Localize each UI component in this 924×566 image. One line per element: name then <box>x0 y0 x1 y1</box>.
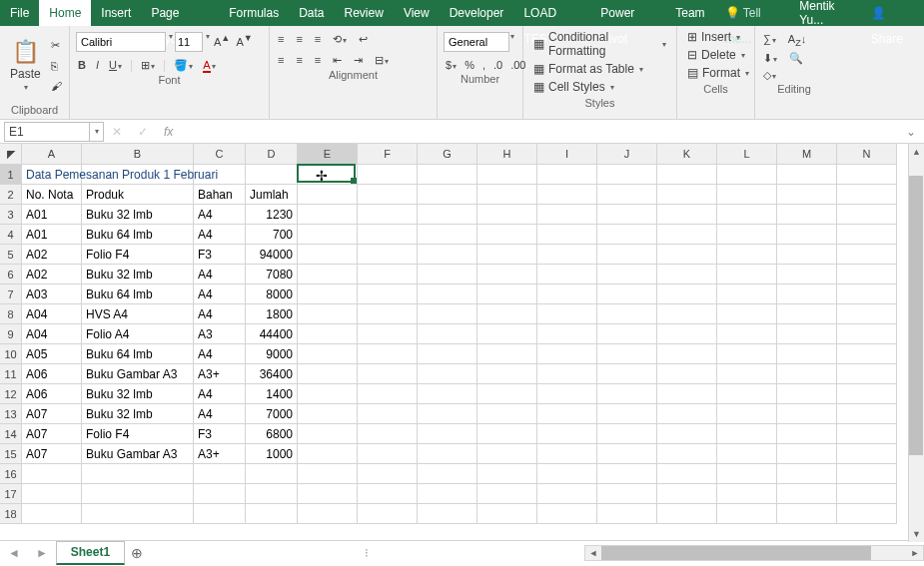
tab-view[interactable]: View <box>394 0 440 26</box>
cell[interactable]: A07 <box>22 444 82 464</box>
cell[interactable] <box>358 205 418 225</box>
cell[interactable] <box>418 364 477 384</box>
conditional-formatting-button[interactable]: ▦Conditional Formatting▾ <box>529 28 670 60</box>
cell[interactable] <box>657 404 717 424</box>
horizontal-scrollbar[interactable]: ◄ ► <box>584 545 924 561</box>
cell[interactable] <box>777 344 837 364</box>
cell[interactable]: 7000 <box>246 404 298 424</box>
cell[interactable] <box>537 265 597 284</box>
cell[interactable] <box>777 265 837 284</box>
tab-power-pivot[interactable]: Power Pivot <box>590 0 665 26</box>
fx-button[interactable]: fx <box>156 125 181 139</box>
cell[interactable] <box>717 504 777 524</box>
column-header[interactable]: F <box>358 144 418 165</box>
tab-page-layout[interactable]: Page Layout <box>141 0 219 26</box>
cell[interactable] <box>597 424 657 444</box>
cell[interactable] <box>477 344 537 364</box>
cell[interactable] <box>777 324 837 344</box>
cell[interactable] <box>418 324 477 344</box>
cell[interactable] <box>837 364 897 384</box>
cell[interactable] <box>246 165 298 185</box>
cell[interactable]: 8000 <box>246 284 298 304</box>
cell[interactable] <box>418 284 477 304</box>
cell[interactable] <box>717 484 777 504</box>
row-header[interactable]: 14 <box>0 424 22 444</box>
font-color-button[interactable]: A▾ <box>201 58 217 73</box>
expand-formula-bar[interactable]: ⌄ <box>898 125 924 139</box>
cell[interactable]: Buku Gambar A3 <box>82 444 194 464</box>
cell[interactable] <box>717 245 777 265</box>
cell[interactable] <box>537 284 597 304</box>
cell[interactable]: 94000 <box>246 245 298 265</box>
cell[interactable] <box>777 165 837 185</box>
row-header[interactable]: 3 <box>0 205 22 225</box>
increase-indent-button[interactable]: ⇥ <box>352 53 365 68</box>
cell[interactable]: A4 <box>194 304 246 324</box>
cell[interactable] <box>777 424 837 444</box>
row-header[interactable]: 15 <box>0 444 22 464</box>
cell[interactable] <box>358 185 418 205</box>
add-sheet-button[interactable]: ⊕ <box>125 541 149 565</box>
autosum-button[interactable]: ∑▾ <box>761 32 778 49</box>
cell[interactable] <box>717 404 777 424</box>
scroll-left-button[interactable]: ◄ <box>585 548 601 558</box>
cell[interactable] <box>597 484 657 504</box>
cell[interactable] <box>194 464 246 484</box>
cell[interactable]: A3+ <box>194 364 246 384</box>
cell[interactable] <box>717 265 777 284</box>
column-header[interactable]: B <box>82 144 194 165</box>
bold-button[interactable]: B <box>76 58 88 73</box>
cell[interactable] <box>246 464 298 484</box>
cell[interactable] <box>837 484 897 504</box>
cell[interactable] <box>717 304 777 324</box>
cell[interactable] <box>777 464 837 484</box>
row-header[interactable]: 10 <box>0 344 22 364</box>
row-header[interactable]: 12 <box>0 384 22 404</box>
cell[interactable]: F3 <box>194 245 246 265</box>
cell[interactable] <box>537 165 597 185</box>
cell[interactable] <box>358 464 418 484</box>
cell[interactable] <box>597 304 657 324</box>
column-header[interactable]: I <box>537 144 597 165</box>
column-header[interactable]: M <box>777 144 837 165</box>
cell[interactable] <box>777 225 837 245</box>
cell[interactable] <box>82 504 194 524</box>
cut-button[interactable]: ✂ <box>49 38 64 53</box>
row-header[interactable]: 1 <box>0 165 22 185</box>
cell[interactable] <box>537 484 597 504</box>
cell[interactable]: Data Pemesanan Produk 1 Februari <box>22 165 82 185</box>
cell[interactable] <box>717 444 777 464</box>
cell[interactable] <box>298 504 358 524</box>
cell[interactable] <box>358 484 418 504</box>
insert-cells-button[interactable]: ⊞Insert▾ <box>683 28 748 46</box>
cell[interactable] <box>477 484 537 504</box>
cell[interactable]: 1800 <box>246 304 298 324</box>
cell[interactable]: A02 <box>22 265 82 284</box>
cell[interactable] <box>537 404 597 424</box>
tell-me[interactable]: 💡 Tell me... <box>715 0 792 26</box>
cell[interactable]: HVS A4 <box>82 304 194 324</box>
scroll-right-button[interactable]: ► <box>907 548 923 558</box>
chevron-down-icon[interactable]: ▾ <box>510 32 514 52</box>
cell[interactable]: A4 <box>194 284 246 304</box>
cell[interactable]: A06 <box>22 384 82 404</box>
cell[interactable] <box>717 165 777 185</box>
sheet-tab[interactable]: Sheet1 <box>56 541 125 565</box>
cell[interactable] <box>537 364 597 384</box>
cell[interactable]: 9000 <box>246 344 298 364</box>
cell[interactable]: Folio A4 <box>82 324 194 344</box>
row-header[interactable]: 7 <box>0 284 22 304</box>
delete-cells-button[interactable]: ⊟Delete▾ <box>683 46 748 64</box>
column-header[interactable]: K <box>657 144 717 165</box>
tab-home[interactable]: Home <box>39 0 91 26</box>
increase-decimal-button[interactable]: .0 <box>491 58 504 72</box>
cell[interactable] <box>298 444 358 464</box>
cell[interactable] <box>298 304 358 324</box>
cell[interactable] <box>597 324 657 344</box>
cell[interactable]: A01 <box>22 205 82 225</box>
cell[interactable]: Folio F4 <box>82 424 194 444</box>
cell[interactable] <box>477 284 537 304</box>
cell[interactable] <box>418 344 477 364</box>
cell[interactable] <box>418 304 477 324</box>
row-header[interactable]: 17 <box>0 484 22 504</box>
